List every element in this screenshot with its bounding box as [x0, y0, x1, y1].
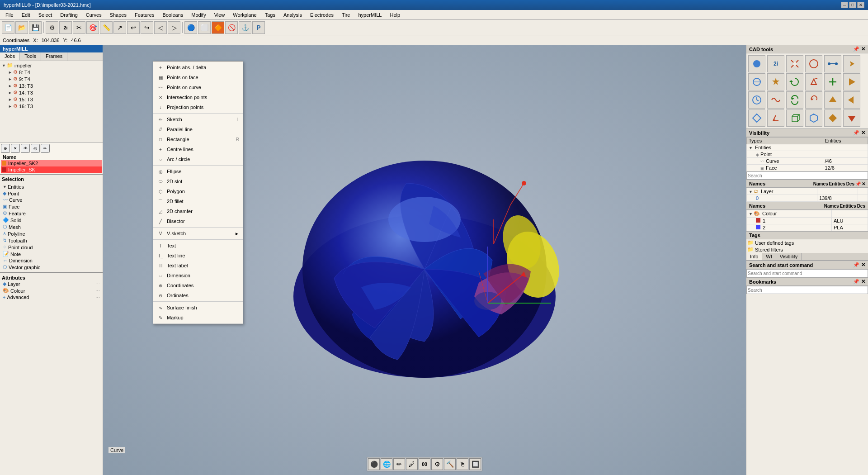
cad-tool-4[interactable] — [805, 55, 822, 72]
toolbar-settings[interactable]: ⚙ — [46, 21, 58, 34]
name-row-2[interactable]: Impeller_SK — [1, 166, 102, 173]
toolbar-p[interactable]: P — [252, 21, 265, 34]
menu-workplane[interactable]: Workplane — [229, 11, 260, 19]
cad-tool-3[interactable] — [786, 55, 803, 72]
cad-tool-13[interactable] — [748, 91, 765, 109]
sel-polyline[interactable]: ∧ Polyline — [2, 230, 101, 237]
cad-tool-18[interactable] — [843, 91, 860, 109]
names-colour-col-des[interactable]: Des — [857, 204, 865, 209]
dropdown-2d-chamfer[interactable]: ◿ 2D chamfer — [153, 206, 243, 216]
names-col-entities[interactable]: Entities — [829, 181, 845, 186]
toolbar-undo[interactable]: ↩ — [127, 21, 140, 34]
toolbar-redo[interactable]: ↪ — [141, 21, 153, 34]
close-button[interactable]: ✕ — [857, 2, 864, 8]
tree-item-8[interactable]: ► ⚙ 8: T4 — [1, 69, 102, 76]
menu-select[interactable]: Select — [35, 11, 56, 19]
visibility-search[interactable] — [746, 171, 868, 180]
dropdown-vsketch[interactable]: V V-sketch ► — [153, 228, 243, 238]
sel-dimension[interactable]: ↔ Dimension — [2, 257, 101, 264]
tree-tool-4[interactable]: ◎ — [31, 144, 40, 153]
cad-tool-6[interactable] — [843, 55, 860, 72]
toolbar-target[interactable]: 🎯 — [86, 21, 99, 34]
cad-tool-16[interactable] — [805, 91, 822, 109]
menu-curves[interactable]: Curves — [82, 11, 105, 19]
dropdown-bisector[interactable]: ╱ Bisector — [153, 216, 243, 226]
search-command-close[interactable]: ✕ — [861, 262, 865, 268]
menu-shapes[interactable]: Shapes — [106, 11, 130, 19]
sel-entities[interactable]: ▼ Entities — [2, 184, 101, 190]
cad-tool-15[interactable] — [786, 91, 803, 109]
tree-tool-3[interactable]: 👁 — [21, 144, 30, 153]
visibility-pin[interactable]: 📌 — [853, 130, 859, 136]
toolbar-right[interactable]: ▷ — [168, 21, 180, 34]
cad-tool-1[interactable] — [748, 55, 765, 72]
menu-tags[interactable]: Tags — [261, 11, 279, 19]
toolbar-anchor[interactable]: ⚓ — [239, 21, 251, 34]
search-command-pin[interactable]: 📌 — [853, 262, 859, 268]
dropdown-ordinates[interactable]: ⊖ Ordinates — [153, 290, 243, 300]
vis-row-point[interactable]: ◆ Point — [747, 151, 868, 158]
sel-point[interactable]: ◆ Point — [2, 190, 101, 197]
sel-note[interactable]: 📝 Note — [2, 251, 101, 257]
vis-row-curve[interactable]: 〰 Curve /46 — [747, 158, 868, 165]
bt-grid[interactable]: 🔲 — [469, 458, 481, 470]
vis-col-entities[interactable]: Entities — [823, 138, 868, 144]
dropdown-polygon[interactable]: ⬡ Polygon — [153, 186, 243, 196]
bt-pencil[interactable]: ✏ — [393, 458, 405, 470]
menu-electrodes[interactable]: Electrodes — [307, 11, 337, 19]
sel-mesh[interactable]: ⬡ Mesh — [2, 223, 101, 230]
toolbar-measure[interactable]: 📏 — [100, 21, 113, 34]
names-col-des[interactable]: Des — [846, 181, 854, 186]
cad-tool-14[interactable] — [767, 91, 784, 109]
vis-col-types[interactable]: Types — [747, 138, 823, 144]
tab-wi[interactable]: WI — [762, 253, 776, 260]
menu-hypermill[interactable]: hyperMILL — [354, 11, 385, 19]
dropdown-parallel-line[interactable]: // Parallel line — [153, 124, 243, 134]
dropdown-rectangle[interactable]: □ Rectangle R — [153, 134, 243, 144]
tab-info[interactable]: Info — [746, 253, 762, 260]
sel-vectorgraphic[interactable]: ⬡ Vector graphic — [2, 264, 101, 271]
job-tree[interactable]: ▼ 📁 impeller ► ⚙ 8: T4 ► ⚙ 9: T4 ► ⚙ 13:… — [0, 61, 103, 142]
menu-help[interactable]: Help — [386, 11, 404, 19]
tree-item-9[interactable]: ► ⚙ 9: T4 — [1, 76, 102, 82]
search-command-input[interactable] — [746, 269, 868, 277]
tags-stored-filters[interactable]: 📁 Stored filters — [746, 246, 868, 253]
cad-tools-close[interactable]: ✕ — [861, 46, 865, 52]
vis-row-entities[interactable]: ▼ Entities — [747, 144, 868, 151]
name-row-1[interactable]: Impeller_SK2 — [1, 160, 102, 166]
sel-face[interactable]: ▣ Face — [2, 203, 101, 210]
dropdown-surface-finish[interactable]: ∿ Surface finish — [153, 303, 243, 313]
bt-sphere[interactable]: ⚫ — [368, 458, 380, 470]
menu-file[interactable]: File — [2, 11, 17, 19]
bookmarks-close[interactable]: ✕ — [861, 279, 865, 285]
tree-item-15[interactable]: ► ⚙ 15: T3 — [1, 96, 102, 103]
cad-tool-19[interactable] — [748, 109, 765, 127]
dropdown-points-abs[interactable]: + Points abs. / delta — [153, 62, 243, 72]
tree-item-13[interactable]: ► ⚙ 13: T3 — [1, 82, 102, 89]
dropdown-points-curve[interactable]: 〰 Points on curve — [153, 82, 243, 92]
dropdown-sketch[interactable]: ✏ Sketch L — [153, 114, 243, 124]
tab-frames[interactable]: Frames — [41, 52, 67, 61]
dropdown-intersection[interactable]: ✕ Intersection points — [153, 92, 243, 102]
toolbar-new[interactable]: 📄 — [2, 21, 14, 34]
cad-tool-11[interactable] — [824, 73, 841, 90]
menu-features[interactable]: Features — [131, 11, 158, 19]
tree-root-impeller[interactable]: ▼ 📁 impeller — [1, 62, 102, 69]
names-colour-1-row[interactable]: 1 ALU — [747, 218, 868, 224]
vis-row-face[interactable]: ▣ Face 12/6 — [747, 165, 868, 171]
tags-user-defined[interactable]: 📁 User defined tags — [746, 239, 868, 246]
cad-tool-23[interactable] — [824, 109, 841, 127]
sel-curve[interactable]: 〰 Curve — [2, 197, 101, 203]
toolbar-open[interactable]: 📂 — [15, 21, 28, 34]
tree-tool-1[interactable]: ⊕ — [1, 144, 10, 153]
sel-feature[interactable]: ⚙ Feature — [2, 210, 101, 217]
sel-solid[interactable]: 🔷 Solid — [2, 217, 101, 223]
dropdown-2d-slot[interactable]: ⬭ 2D slot — [153, 176, 243, 186]
dropdown-coordinates[interactable]: ⊕ Coordinates — [153, 280, 243, 290]
cad-tool-7[interactable] — [748, 73, 765, 90]
dropdown-points-face[interactable]: ▦ Points on face — [153, 72, 243, 82]
menu-modify[interactable]: Modify — [188, 11, 209, 19]
tree-tool-2[interactable]: ✕ — [11, 144, 20, 153]
cad-tool-2[interactable]: 2i — [767, 55, 784, 72]
viewport[interactable]: ⚫ 🌐 ✏ 🖊 00 ⚙ 🔨 🖱 🔲 + Points abs. / delta — [103, 45, 746, 475]
